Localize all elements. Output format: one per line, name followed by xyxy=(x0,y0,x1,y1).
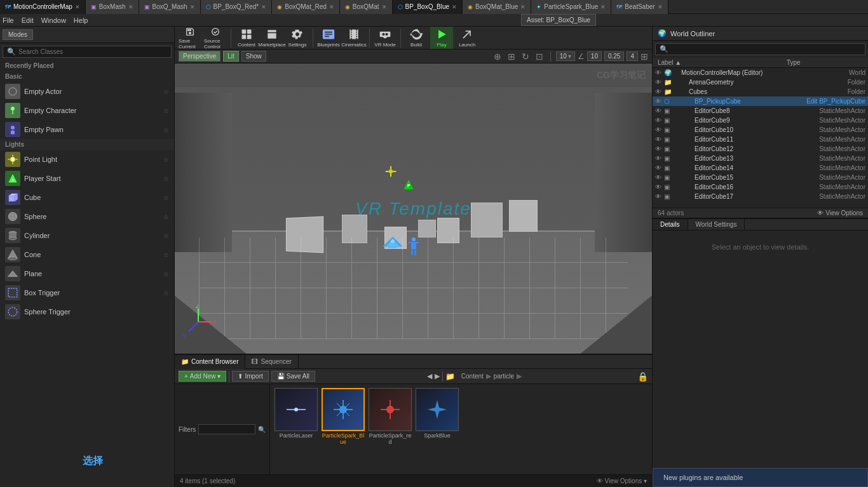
outliner-item-map[interactable]: 👁 🌍 MotionControllerMap (Editor) World xyxy=(653,68,868,77)
marketplace-button[interactable]: Marketplace xyxy=(261,27,283,50)
menu-help[interactable]: Help xyxy=(74,17,88,24)
eye-icon-cube11[interactable]: 👁 xyxy=(655,136,664,143)
eye-icon-cube12[interactable]: 👁 xyxy=(655,145,664,152)
content-browser-tab[interactable]: 📁 Content Browser xyxy=(175,355,245,369)
search-classes-input[interactable] xyxy=(18,48,167,55)
asset-particle-laser[interactable]: ParticleLaser xyxy=(274,388,318,439)
perspective-button[interactable]: Perspective xyxy=(179,51,220,62)
world-settings-tab[interactable]: World Settings xyxy=(688,219,745,230)
col-label-header[interactable]: Label ▲ xyxy=(658,59,787,66)
folder-nav-icon[interactable]: 📁 xyxy=(445,372,455,381)
move-transform-icon[interactable]: ⊞ xyxy=(508,51,515,62)
asset-particle-spark-blue[interactable]: ParticleSpark_Blue xyxy=(321,388,365,445)
notification-bar[interactable]: New plugins are available xyxy=(653,468,868,487)
actor-cone[interactable]: Cone ☆ xyxy=(0,245,174,264)
lit-button[interactable]: Lit xyxy=(223,51,239,62)
eye-icon-cubes[interactable]: 👁 xyxy=(655,88,664,95)
outliner-item-arena[interactable]: 👁 📁 ArenaGeometry Folder xyxy=(653,77,868,87)
tab-bp-boxq-red[interactable]: ⬡ BP_BoxQ_Red* ✕ xyxy=(201,0,273,14)
nav-forward-icon[interactable]: ▶ xyxy=(435,372,440,380)
outliner-search-input[interactable] xyxy=(671,46,861,53)
cinematics-button[interactable]: Cinematics xyxy=(342,27,365,50)
recently-placed-category[interactable]: Recently Placed xyxy=(0,60,174,71)
menu-file[interactable]: File xyxy=(3,17,14,24)
snap-count-control[interactable]: 4 xyxy=(627,51,638,61)
outliner-item-bp-pickup[interactable]: 👁 ⬡ BP_PickupCube Edit BP_PickupCube xyxy=(653,97,868,106)
lights-category[interactable]: Lights xyxy=(0,139,174,150)
asset-spark-blue[interactable]: SparkBlue xyxy=(415,388,459,439)
tab-motion-controller[interactable]: 🗺 MotionControllerMap ✕ xyxy=(0,0,86,14)
actor-empty-actor[interactable]: Empty Actor ☆ xyxy=(0,82,174,101)
outliner-item-cube8[interactable]: 👁 ▣ EditorCube8 StaticMeshActor xyxy=(653,106,868,116)
snap-grid-control[interactable]: 10 ▾ xyxy=(556,51,575,61)
basic-category[interactable]: Basic xyxy=(0,71,174,82)
snap-scale-control[interactable]: 0.25 xyxy=(604,51,624,61)
outliner-item-cube9[interactable]: 👁 ▣ EditorCube9 StaticMeshActor xyxy=(653,116,868,125)
outliner-item-cube13[interactable]: 👁 ▣ EditorCube13 StaticMeshActor xyxy=(653,154,868,163)
select-transform-icon[interactable]: ⊕ xyxy=(494,51,501,62)
actor-cylinder[interactable]: Cylinder ☆ xyxy=(0,226,174,245)
eye-icon-map[interactable]: 👁 xyxy=(655,69,664,76)
import-button[interactable]: ⬆ Import xyxy=(232,371,268,382)
actor-point-light[interactable]: Point Light ☆ xyxy=(0,150,174,169)
tab-beatsaber[interactable]: 🗺 BeatSaber ✕ xyxy=(611,0,668,14)
view-options-link[interactable]: 👁 View Options ▾ xyxy=(597,477,647,484)
outliner-item-cube12[interactable]: 👁 ▣ EditorCube12 StaticMeshActor xyxy=(653,144,868,154)
maximize-viewport-icon[interactable]: ⊞ xyxy=(641,51,648,62)
play-button[interactable]: Play xyxy=(430,27,453,50)
eye-icon-cube14[interactable]: 👁 xyxy=(655,164,664,171)
actor-empty-pawn[interactable]: Empty Pawn ☆ xyxy=(0,120,174,139)
eye-icon-cube8[interactable]: 👁 xyxy=(655,107,664,114)
source-control-button[interactable]: Source Control xyxy=(204,27,227,50)
filter-search-input[interactable] xyxy=(201,427,240,433)
eye-icon-cube16[interactable]: 👁 xyxy=(655,183,664,190)
outliner-item-cube16[interactable]: 👁 ▣ EditorCube16 StaticMeshActor xyxy=(653,182,868,192)
lock-icon[interactable]: 🔒 xyxy=(637,371,648,382)
settings-button[interactable]: Settings xyxy=(286,27,309,50)
actor-sphere[interactable]: Sphere ☆ xyxy=(0,207,174,226)
eye-icon-cube10[interactable]: 👁 xyxy=(655,126,664,133)
actor-player-start[interactable]: P Player Start ☆ xyxy=(0,169,174,188)
vr-mode-button[interactable]: VR Mode xyxy=(374,27,397,50)
tab-boxqmat-red[interactable]: ◉ BoxQMat_Red ✕ xyxy=(272,0,340,14)
tab-boxqmat[interactable]: ◉ BoxQMat ✕ xyxy=(340,0,393,14)
eye-icon-bp[interactable]: 👁 xyxy=(655,98,664,105)
rotate-transform-icon[interactable]: ↻ xyxy=(522,51,529,62)
save-all-button[interactable]: 💾 Save All xyxy=(271,371,315,382)
outliner-item-cubes[interactable]: 👁 📁 Cubes Folder xyxy=(653,87,868,97)
outliner-item-cube17[interactable]: 👁 ▣ EditorCube17 StaticMeshActor xyxy=(653,192,868,201)
outliner-item-cube10[interactable]: 👁 ▣ EditorCube10 StaticMeshActor xyxy=(653,125,868,135)
tab-boxqmat-blue[interactable]: ◉ BoxQMat_Blue ✕ xyxy=(463,0,531,14)
blueprints-button[interactable]: Blueprints xyxy=(317,27,340,50)
launch-button[interactable]: Launch xyxy=(456,27,478,50)
outliner-item-cube11[interactable]: 👁 ▣ EditorCube11 StaticMeshActor xyxy=(653,135,868,144)
details-tab[interactable]: Details xyxy=(653,219,688,230)
tab-particlespark-blue[interactable]: ✦ ParticleSpark_Blue ✕ xyxy=(531,0,611,14)
outliner-item-cube15[interactable]: 👁 ▣ EditorCube15 StaticMeshActor xyxy=(653,173,868,182)
tab-boxq-mash[interactable]: ▣ BoxQ_Mash ✕ xyxy=(139,0,201,14)
actor-cube[interactable]: Cube ☆ xyxy=(0,188,174,207)
modes-button[interactable]: Modes xyxy=(3,29,33,40)
eye-icon-arena[interactable]: 👁 xyxy=(655,79,664,86)
show-button[interactable]: Show xyxy=(241,51,266,62)
view-options-button[interactable]: 👁 View Options xyxy=(817,210,863,217)
col-type-header[interactable]: Type xyxy=(787,59,863,66)
outliner-item-cube14[interactable]: 👁 ▣ EditorCube14 StaticMeshActor xyxy=(653,163,868,173)
scale-transform-icon[interactable]: ⊡ xyxy=(536,51,543,62)
nav-back-icon[interactable]: ◀ xyxy=(427,372,432,380)
menu-edit[interactable]: Edit xyxy=(22,17,34,24)
viewport[interactable]: VR Template P xyxy=(175,63,652,354)
actor-empty-character[interactable]: Empty Character ☆ xyxy=(0,101,174,120)
search-filter-icon[interactable]: 🔍 xyxy=(258,426,266,433)
filter-search[interactable] xyxy=(198,424,255,434)
snap-rot-control[interactable]: 10 xyxy=(587,51,602,61)
content-button[interactable]: Content xyxy=(235,27,258,50)
eye-icon-cube13[interactable]: 👁 xyxy=(655,155,664,162)
menu-window[interactable]: Window xyxy=(41,17,66,24)
asset-particle-spark-red[interactable]: ParticleSpark_red xyxy=(368,388,412,445)
eye-icon-cube17[interactable]: 👁 xyxy=(655,193,664,200)
tab-boxmash[interactable]: ▣ BoxMash ✕ xyxy=(86,0,139,14)
tab-bp-boxq-blue[interactable]: ⬡ BP_BoxQ_Blue ✕ xyxy=(393,0,463,14)
eye-icon-cube15[interactable]: 👁 xyxy=(655,174,664,181)
build-button[interactable]: Build xyxy=(405,27,428,50)
